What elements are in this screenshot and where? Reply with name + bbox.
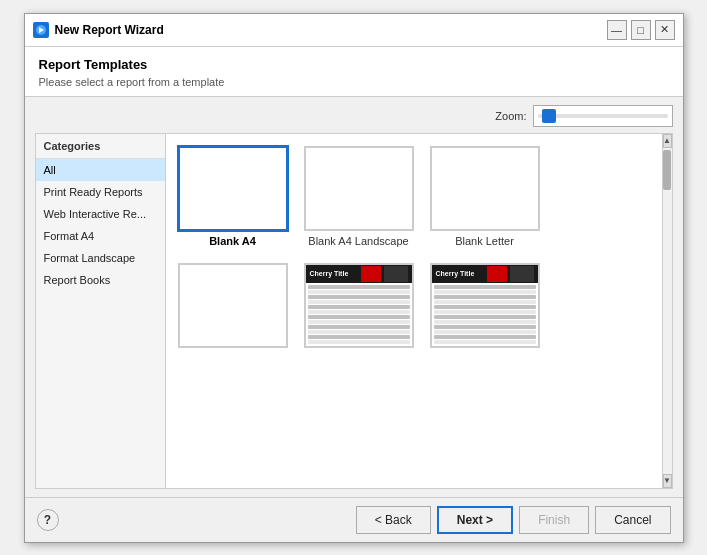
scroll-track: [663, 148, 672, 474]
help-button[interactable]: ?: [37, 509, 59, 531]
footer-left: ?: [37, 509, 59, 531]
template-cherry-1[interactable]: Cherry Title: [300, 259, 418, 356]
content-area: Zoom: Categories All Print Ready Reports…: [25, 97, 683, 497]
title-bar: New Report Wizard — □ ✕: [25, 14, 683, 47]
categories-panel: Categories All Print Ready Reports Web I…: [36, 134, 166, 488]
templates-panel: Blank A4 Blank A4 Landscape Blank Letter: [166, 134, 662, 488]
footer-buttons: < Back Next > Finish Cancel: [356, 506, 671, 534]
zoom-slider-track: [538, 114, 668, 118]
finish-button[interactable]: Finish: [519, 506, 589, 534]
zoom-bar: Zoom:: [35, 105, 673, 127]
category-item-print-ready[interactable]: Print Ready Reports: [36, 181, 165, 203]
section-title: Report Templates: [39, 57, 669, 72]
template-thumb-blank-4: [178, 263, 288, 348]
minimize-button[interactable]: —: [607, 20, 627, 40]
template-thumb-blank-a4-landscape: [304, 146, 414, 231]
template-thumb-cherry-2: Cherry Title: [430, 263, 540, 348]
scroll-down-arrow[interactable]: ▼: [663, 474, 672, 488]
template-blank-a4-landscape[interactable]: Blank A4 Landscape: [300, 142, 418, 251]
wizard-window: New Report Wizard — □ ✕ Report Templates…: [24, 13, 684, 543]
scroll-up-arrow[interactable]: ▲: [663, 134, 672, 148]
main-panel: Categories All Print Ready Reports Web I…: [35, 133, 673, 489]
template-blank-a4[interactable]: Blank A4: [174, 142, 292, 251]
category-item-format-a4[interactable]: Format A4: [36, 225, 165, 247]
window-controls: — □ ✕: [607, 20, 675, 40]
cancel-button[interactable]: Cancel: [595, 506, 670, 534]
template-label-blank-a4: Blank A4: [209, 235, 256, 247]
back-button[interactable]: < Back: [356, 506, 431, 534]
template-blank-letter[interactable]: Blank Letter: [426, 142, 544, 251]
zoom-thumb[interactable]: [542, 109, 556, 123]
template-thumb-blank-letter: [430, 146, 540, 231]
category-item-web-interactive[interactable]: Web Interactive Re...: [36, 203, 165, 225]
category-item-report-books[interactable]: Report Books: [36, 269, 165, 291]
next-button[interactable]: Next >: [437, 506, 513, 534]
template-cherry-2[interactable]: Cherry Title: [426, 259, 544, 356]
close-button[interactable]: ✕: [655, 20, 675, 40]
window-title: New Report Wizard: [55, 23, 601, 37]
category-item-format-landscape[interactable]: Format Landscape: [36, 247, 165, 269]
zoom-slider-container[interactable]: [533, 105, 673, 127]
templates-scrollbar[interactable]: ▲ ▼: [662, 134, 672, 488]
footer: ? < Back Next > Finish Cancel: [25, 497, 683, 542]
category-item-all[interactable]: All: [36, 159, 165, 181]
template-label-blank-a4-landscape: Blank A4 Landscape: [308, 235, 408, 247]
template-thumb-blank-a4: [178, 146, 288, 231]
maximize-button[interactable]: □: [631, 20, 651, 40]
app-icon: [33, 22, 49, 38]
template-label-blank-letter: Blank Letter: [455, 235, 514, 247]
template-blank-4[interactable]: [174, 259, 292, 356]
zoom-label: Zoom:: [495, 110, 526, 122]
categories-header: Categories: [36, 134, 165, 159]
scroll-thumb[interactable]: [663, 150, 671, 190]
template-thumb-cherry-1: Cherry Title: [304, 263, 414, 348]
header-section: Report Templates Please select a report …: [25, 47, 683, 97]
section-subtitle: Please select a report from a template: [39, 76, 669, 88]
